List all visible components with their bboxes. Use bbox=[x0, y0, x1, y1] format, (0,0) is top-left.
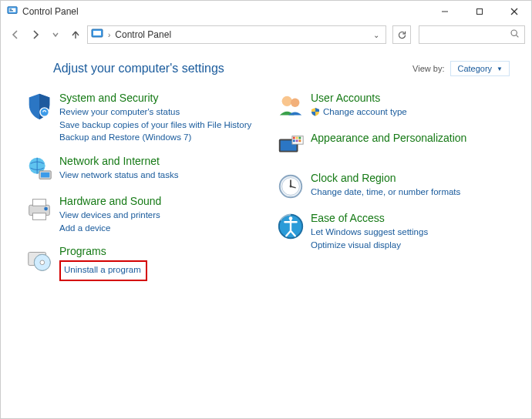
link-change-account-type[interactable]: Change account type bbox=[311, 106, 407, 119]
category-title[interactable]: Clock and Region bbox=[311, 172, 460, 184]
svg-point-39 bbox=[290, 186, 292, 188]
link-network-status[interactable]: View network status and tasks bbox=[59, 169, 178, 182]
chevron-down-icon: ▼ bbox=[497, 65, 503, 72]
category-network: Network and Internet View network status… bbox=[22, 155, 258, 184]
category-title[interactable]: Ease of Access bbox=[311, 212, 428, 224]
link-date-time-formats[interactable]: Change date, time, or number formats bbox=[311, 186, 460, 199]
link-file-history[interactable]: Save backup copies of your files with Fi… bbox=[59, 119, 251, 132]
breadcrumb[interactable]: Control Panel bbox=[115, 29, 171, 40]
category-system-security: System and Security Review your computer… bbox=[22, 92, 258, 144]
printer-icon[interactable] bbox=[22, 195, 56, 234]
page-title: Adjust your computer's settings bbox=[53, 62, 224, 75]
svg-rect-17 bbox=[32, 199, 45, 206]
svg-point-19 bbox=[44, 207, 48, 211]
svg-point-10 bbox=[511, 30, 517, 35]
people-icon[interactable] bbox=[274, 92, 308, 121]
recent-dropdown[interactable] bbox=[47, 26, 64, 43]
svg-rect-29 bbox=[293, 137, 295, 139]
svg-rect-32 bbox=[293, 139, 295, 142]
svg-point-42 bbox=[289, 216, 293, 220]
disc-icon[interactable] bbox=[22, 245, 56, 281]
category-title[interactable]: Programs bbox=[59, 245, 147, 257]
category-appearance: Appearance and Personalization bbox=[274, 132, 510, 161]
svg-rect-31 bbox=[298, 137, 301, 139]
link-devices-printers[interactable]: View devices and printers bbox=[59, 209, 161, 222]
back-button[interactable] bbox=[7, 26, 24, 43]
close-button[interactable] bbox=[497, 1, 531, 22]
highlight-box: Uninstall a program bbox=[59, 260, 147, 281]
link-backup-restore[interactable]: Backup and Restore (Windows 7) bbox=[59, 131, 251, 144]
category-title[interactable]: System and Security bbox=[59, 92, 251, 104]
monitor-palette-icon[interactable] bbox=[274, 132, 308, 161]
content-area: Adjust your computer's settings View by:… bbox=[1, 47, 531, 300]
category-clock: Clock and Region Change date, time, or n… bbox=[274, 172, 510, 201]
control-panel-icon bbox=[7, 5, 18, 18]
svg-rect-5 bbox=[476, 9, 482, 15]
shield-icon[interactable] bbox=[22, 92, 56, 144]
clock-icon[interactable] bbox=[274, 172, 308, 201]
minimize-button[interactable] bbox=[427, 1, 462, 22]
svg-rect-34 bbox=[298, 139, 301, 142]
category-title[interactable]: Hardware and Sound bbox=[59, 195, 161, 207]
svg-rect-18 bbox=[32, 213, 45, 220]
category-title[interactable]: User Accounts bbox=[311, 92, 407, 104]
refresh-button[interactable] bbox=[392, 25, 411, 44]
address-bar[interactable]: › Control Panel ⌄ bbox=[87, 25, 386, 44]
link-uninstall-program[interactable]: Uninstall a program bbox=[64, 263, 141, 277]
category-user-accounts: User Accounts Change account type bbox=[274, 92, 510, 121]
navigation-bar: › Control Panel ⌄ bbox=[1, 22, 531, 47]
address-icon bbox=[91, 28, 103, 42]
window-title: Control Panel bbox=[22, 6, 79, 17]
view-by-value: Category bbox=[457, 64, 492, 73]
svg-rect-3 bbox=[10, 10, 13, 11]
globe-icon[interactable] bbox=[22, 155, 56, 184]
svg-line-11 bbox=[517, 35, 519, 38]
uac-shield-icon bbox=[311, 107, 320, 116]
category-ease-of-access: Ease of Access Let Windows suggest setti… bbox=[274, 212, 510, 251]
svg-point-25 bbox=[291, 99, 299, 107]
category-title[interactable]: Network and Internet bbox=[59, 155, 178, 167]
up-button[interactable] bbox=[67, 26, 84, 43]
search-input[interactable] bbox=[419, 25, 525, 44]
link-add-device[interactable]: Add a device bbox=[59, 222, 161, 235]
svg-rect-2 bbox=[10, 8, 12, 9]
svg-point-12 bbox=[40, 108, 49, 116]
svg-rect-33 bbox=[296, 139, 298, 142]
category-hardware: Hardware and Sound View devices and prin… bbox=[22, 195, 258, 234]
chevron-right-icon[interactable]: › bbox=[108, 31, 110, 39]
category-programs: Programs Uninstall a program bbox=[22, 245, 258, 281]
link-suggest-settings[interactable]: Let Windows suggest settings bbox=[311, 226, 428, 239]
svg-rect-9 bbox=[93, 31, 101, 35]
svg-rect-15 bbox=[41, 173, 49, 178]
window-controls bbox=[427, 1, 531, 22]
view-by-dropdown[interactable]: Category ▼ bbox=[450, 61, 510, 76]
view-by-label: View by: bbox=[412, 64, 444, 73]
address-dropdown-icon[interactable]: ⌄ bbox=[370, 31, 382, 39]
ease-of-access-icon[interactable] bbox=[274, 212, 308, 251]
maximize-button[interactable] bbox=[462, 1, 497, 22]
svg-rect-30 bbox=[296, 137, 298, 139]
svg-point-24 bbox=[282, 96, 292, 106]
search-icon bbox=[510, 28, 520, 41]
forward-button[interactable] bbox=[27, 26, 44, 43]
titlebar: Control Panel bbox=[1, 1, 531, 22]
svg-point-23 bbox=[40, 260, 45, 265]
category-title[interactable]: Appearance and Personalization bbox=[311, 132, 466, 144]
link-optimize-display[interactable]: Optimize visual display bbox=[311, 239, 428, 252]
link-review-status[interactable]: Review your computer's status bbox=[59, 106, 251, 119]
